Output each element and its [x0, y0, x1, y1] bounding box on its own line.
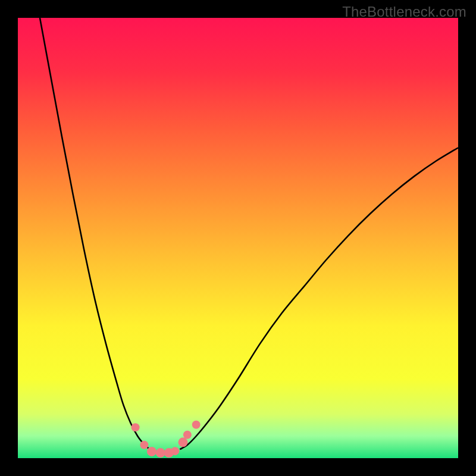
node-dot	[140, 441, 148, 449]
node-dot	[156, 448, 165, 458]
node-dot	[147, 447, 156, 456]
node-dot	[183, 431, 192, 439]
bottleneck-chart	[18, 18, 458, 458]
node-dot	[178, 437, 188, 447]
chart-frame: TheBottleneck.com	[0, 0, 476, 476]
node-dot	[171, 447, 179, 455]
node-dot	[131, 423, 140, 431]
chart-background	[18, 18, 458, 458]
node-dot	[192, 421, 201, 429]
